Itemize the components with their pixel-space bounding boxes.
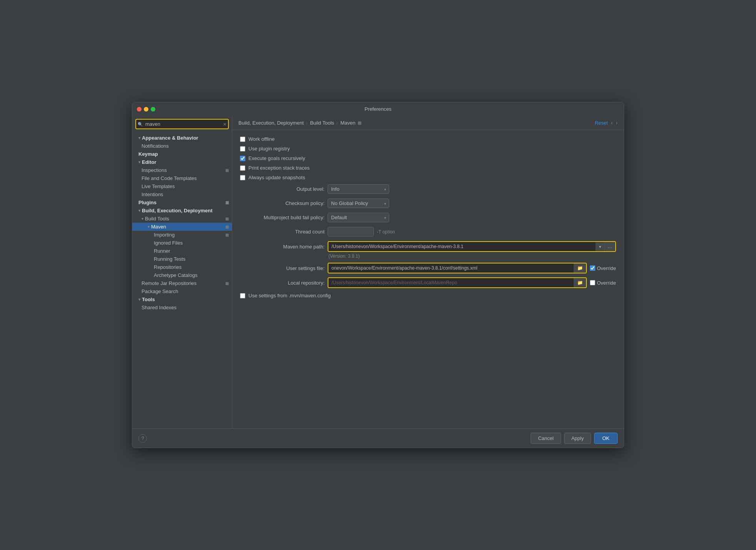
local-repo-input-wrap: 📁 xyxy=(328,277,587,288)
ok-button[interactable]: OK xyxy=(594,433,618,444)
maximize-button[interactable] xyxy=(151,107,155,112)
use-mvn-config-label: Use settings from .mvn/maven.config xyxy=(248,293,331,298)
sidebar-item-label: Repositories xyxy=(154,264,182,270)
user-settings-browse-button[interactable]: 📁 xyxy=(574,263,586,273)
sidebar-item-ignored-files[interactable]: Ignored Files xyxy=(132,239,232,247)
sidebar-item-notifications[interactable]: Notifications xyxy=(132,142,232,150)
sidebar-item-label: Package Search xyxy=(142,288,178,294)
cancel-button[interactable]: Cancel xyxy=(531,433,561,444)
execute-goals-checkbox[interactable] xyxy=(240,156,245,161)
chevron-down-icon: ▾ xyxy=(138,297,140,302)
print-exception-row: Print exception stack traces xyxy=(240,165,616,171)
sidebar-item-tools[interactable]: ▾ Tools xyxy=(132,295,232,303)
sidebar-item-build-tools[interactable]: ▾ Build Tools ▦ xyxy=(132,215,232,223)
sidebar-item-label: Tools xyxy=(142,297,155,302)
sidebar-item-label: Intentions xyxy=(142,192,163,197)
thread-count-row: Thread count -T option xyxy=(240,227,616,237)
sidebar-item-importing[interactable]: Importing ▦ xyxy=(132,231,232,239)
badge-icon: ▦ xyxy=(225,225,229,229)
local-repo-label: Local repository: xyxy=(240,280,325,286)
close-button[interactable] xyxy=(137,107,142,112)
maven-home-input[interactable] xyxy=(328,242,596,251)
sidebar-item-label: Build Tools xyxy=(145,216,169,222)
checksum-policy-select[interactable]: No Global Policy Warn Fail xyxy=(328,198,389,208)
sidebar-item-editor[interactable]: ▾ Editor xyxy=(132,158,232,166)
dialog-title: Preferences xyxy=(365,106,391,112)
sidebar-item-package-search[interactable]: Package Search xyxy=(132,287,232,295)
back-button[interactable]: ‹ xyxy=(611,120,613,126)
badge-icon: ▦ xyxy=(225,217,229,221)
sidebar-tree: ▾ Appearance & Behavior Notifications Ke… xyxy=(132,132,232,428)
always-update-checkbox[interactable] xyxy=(240,175,245,180)
sidebar-item-shared-indexes[interactable]: Shared Indexes xyxy=(132,303,232,312)
chevron-down-icon: ▾ xyxy=(142,217,143,221)
maven-home-label: Maven home path: xyxy=(240,244,325,250)
use-mvn-config-checkbox[interactable] xyxy=(240,293,245,298)
plugin-registry-checkbox[interactable] xyxy=(240,146,245,152)
sidebar-item-appearance[interactable]: ▾ Appearance & Behavior xyxy=(132,134,232,142)
multiproject-row: Multiproject build fail policy: Default … xyxy=(240,213,616,222)
sidebar-item-repositories[interactable]: Repositories xyxy=(132,263,232,271)
sidebar-item-label: Runner xyxy=(154,248,170,254)
user-settings-override-checkbox[interactable] xyxy=(590,265,595,271)
work-offline-checkbox[interactable] xyxy=(240,137,245,142)
plugin-registry-row: Use plugin registry xyxy=(240,146,616,152)
maven-home-row: Maven home path: ▾ … xyxy=(240,241,616,252)
work-offline-row: Work offline xyxy=(240,136,616,142)
breadcrumb: Build, Execution, Deployment › Build Too… xyxy=(238,120,361,126)
minimize-button[interactable] xyxy=(144,107,148,112)
maven-home-browse-button[interactable]: … xyxy=(604,242,615,251)
sidebar-item-remote-jar[interactable]: Remote Jar Repositories ▦ xyxy=(132,279,232,287)
multiproject-select[interactable]: Default Fail at End Never Fail xyxy=(328,213,389,222)
search-icon: 🔍 xyxy=(138,122,143,127)
sidebar-item-label: File and Code Templates xyxy=(142,175,197,181)
sidebar-item-inspections[interactable]: Inspections ▦ xyxy=(132,166,232,174)
thread-count-label: Thread count xyxy=(240,229,325,235)
user-settings-override-wrap: Override xyxy=(590,265,616,271)
dialog-body: 🔍 ✕ ▾ Appearance & Behavior Notification… xyxy=(132,116,624,428)
preferences-dialog: Preferences 🔍 ✕ ▾ Appearance & Behavior … xyxy=(132,102,624,448)
local-repo-row: Local repository: 📁 Override xyxy=(240,277,616,288)
maven-home-dropdown-button[interactable]: ▾ xyxy=(596,243,604,251)
user-settings-override-label: Override xyxy=(597,265,616,271)
output-level-row: Output level: Info Debug Warning Error ▾ xyxy=(240,184,616,194)
sidebar-item-label: Live Templates xyxy=(142,183,175,189)
output-level-label: Output level: xyxy=(240,186,325,192)
badge-icon: ▦ xyxy=(225,281,229,285)
execute-goals-row: Execute goals recursively xyxy=(240,155,616,161)
sidebar-item-label: Remote Jar Repositories xyxy=(142,280,196,286)
forward-button[interactable]: › xyxy=(616,120,618,126)
sidebar-item-live-templates[interactable]: Live Templates xyxy=(132,182,232,190)
sidebar-item-keymap[interactable]: Keymap xyxy=(132,150,232,158)
breadcrumb-sep-2: › xyxy=(336,120,338,126)
sidebar-item-runner[interactable]: Runner xyxy=(132,247,232,255)
user-settings-input[interactable] xyxy=(328,263,574,273)
thread-count-input[interactable] xyxy=(328,227,374,237)
search-input[interactable] xyxy=(135,119,229,129)
local-repo-override-checkbox[interactable] xyxy=(590,280,595,285)
chevron-down-icon: ▾ xyxy=(148,225,150,229)
work-offline-label: Work offline xyxy=(248,136,275,142)
apply-button[interactable]: Apply xyxy=(564,433,591,444)
sidebar-item-archetype-catalogs[interactable]: Archetype Catalogs xyxy=(132,271,232,279)
output-level-select[interactable]: Info Debug Warning Error xyxy=(328,184,389,194)
user-settings-input-wrap: 📁 xyxy=(328,263,587,273)
sidebar-item-plugins[interactable]: Plugins ▦ xyxy=(132,198,232,207)
clear-search-icon[interactable]: ✕ xyxy=(223,122,226,127)
sidebar-item-label: Keymap xyxy=(138,151,158,157)
sidebar-item-file-code-templates[interactable]: File and Code Templates xyxy=(132,174,232,182)
chevron-down-icon: ▾ xyxy=(138,208,140,213)
sidebar-item-running-tests[interactable]: Running Tests xyxy=(132,255,232,263)
sidebar: 🔍 ✕ ▾ Appearance & Behavior Notification… xyxy=(132,116,232,428)
sidebar-item-build-exec-deploy[interactable]: ▾ Build, Execution, Deployment xyxy=(132,207,232,215)
local-repo-browse-button[interactable]: 📁 xyxy=(574,278,586,287)
help-button[interactable]: ? xyxy=(138,434,147,443)
local-repo-input[interactable] xyxy=(328,278,574,287)
sidebar-item-maven[interactable]: ▾ Maven ▦ xyxy=(132,223,232,231)
print-exception-checkbox[interactable] xyxy=(240,165,245,171)
reset-button[interactable]: Reset xyxy=(595,120,608,126)
sidebar-item-label: Maven xyxy=(151,224,166,230)
breadcrumb-part-1: Build, Execution, Deployment xyxy=(238,120,304,126)
sidebar-item-intentions[interactable]: Intentions xyxy=(132,190,232,198)
checksum-policy-row: Checksum policy: No Global Policy Warn F… xyxy=(240,198,616,208)
